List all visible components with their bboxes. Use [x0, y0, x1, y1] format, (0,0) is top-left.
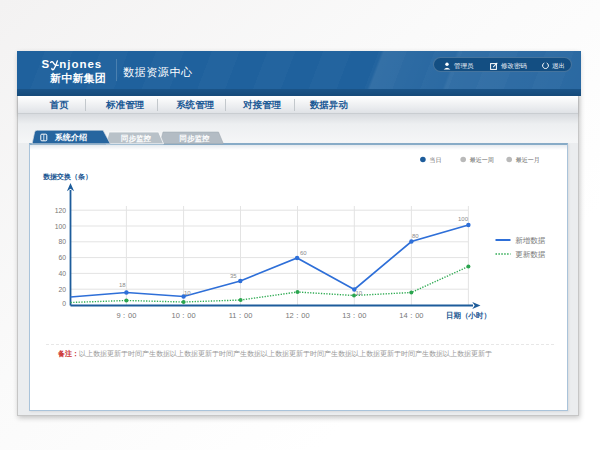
- svg-text:同步监控: 同步监控: [121, 134, 152, 143]
- svg-text:18: 18: [119, 282, 126, 288]
- svg-text:80: 80: [58, 238, 66, 245]
- svg-text:60: 60: [58, 254, 66, 261]
- svg-text:最近一月: 最近一月: [516, 157, 540, 164]
- svg-text:10：00: 10：00: [172, 311, 196, 320]
- svg-text:最近一周: 最近一周: [470, 157, 494, 163]
- svg-text:当日: 当日: [429, 157, 441, 164]
- svg-text:9：00: 9：00: [116, 311, 136, 320]
- svg-text:40: 40: [58, 270, 66, 277]
- svg-text:10: 10: [184, 290, 191, 296]
- svg-text:11：00: 11：00: [229, 311, 253, 320]
- svg-text:12：00: 12：00: [285, 311, 309, 320]
- svg-text:系统介绍: 系统介绍: [54, 132, 87, 142]
- svg-text:更新数据: 更新数据: [515, 250, 546, 259]
- svg-text:60: 60: [300, 250, 307, 256]
- svg-text:13：00: 13：00: [342, 311, 366, 320]
- svg-text:20: 20: [58, 286, 66, 293]
- svg-text:数据交换（条）: 数据交换（条）: [43, 172, 92, 181]
- svg-text:0: 0: [62, 300, 66, 307]
- svg-text:同步监控: 同步监控: [180, 134, 211, 143]
- svg-text:10: 10: [356, 290, 363, 296]
- svg-text:14：00: 14：00: [399, 311, 423, 320]
- svg-text:100: 100: [458, 216, 469, 222]
- svg-text:120: 120: [55, 207, 67, 214]
- svg-text:新增数据: 新增数据: [515, 236, 546, 245]
- svg-text:日期（小时）: 日期（小时）: [446, 311, 491, 320]
- svg-text:35: 35: [230, 273, 237, 279]
- svg-text:100: 100: [55, 223, 67, 230]
- svg-text:80: 80: [412, 233, 419, 239]
